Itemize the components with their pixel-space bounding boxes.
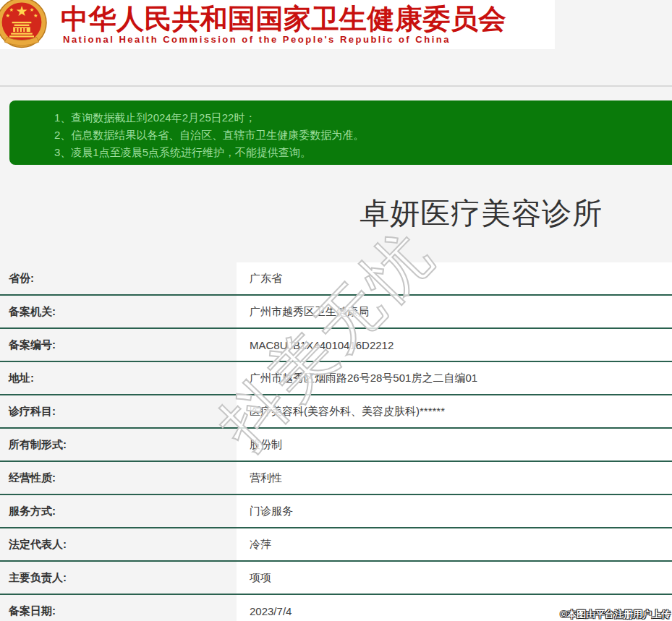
row-value: 股份制 [237, 429, 672, 461]
table-row: 经营性质: 营利性 [0, 462, 672, 495]
row-value: 广州市越秀区卫生健康局 [237, 296, 672, 327]
row-label: 经营性质: [0, 462, 237, 494]
china-national-emblem-icon: ★ ★ ★ ★ ★ [0, 0, 48, 51]
row-label: 法定代表人: [0, 528, 237, 560]
table-row: 省份: 广东省 [0, 262, 672, 296]
facility-name-title: 卓妍医疗美容诊所 [360, 194, 603, 234]
header-title-cn: 中华人民共和国国家卫生健康委员会 [61, 1, 506, 38]
notice-box: 1、查询数据截止到2024年2月25日22时； 2、信息数据结果以各省、自治区、… [9, 100, 672, 165]
row-value: 冷萍 [237, 528, 672, 560]
row-value: 广州市越秀区烟雨路26号28号501房之二自编01 [237, 362, 672, 394]
table-row: 诊疗科目: 医疗美容科(美容外科、美容皮肤科)****** [0, 395, 672, 429]
row-value: MAC8UJB1X44010416D2212 [237, 329, 672, 361]
row-label: 备案编号: [0, 329, 237, 361]
row-label: 地址: [0, 362, 237, 394]
row-label: 省份: [0, 262, 237, 294]
table-row: 地址: 广州市越秀区烟雨路26号28号501房之二自编01 [0, 362, 672, 395]
row-label: 服务方式: [0, 495, 237, 527]
row-value: 医疗美容科(美容外科、美容皮肤科)****** [237, 395, 672, 427]
table-row: 主要负责人: 项项 [0, 562, 672, 595]
row-label: 备案日期: [0, 595, 237, 621]
table-row: 备案编号: MAC8UJB1X44010416D2212 [0, 329, 672, 362]
notice-line-3: 3、凌晨1点至凌晨5点系统进行维护，不能提供查询。 [54, 144, 672, 161]
image-credit: ©本图由平台注册用户上传 [560, 608, 671, 621]
row-value: 项项 [237, 562, 672, 594]
page: ★ ★ ★ ★ ★ 中华人民共和国国家卫生健康委员会 National Heal… [0, 0, 672, 621]
row-label: 诊疗科目: [0, 395, 237, 427]
table-row: 所有制形式: 股份制 [0, 429, 672, 462]
table-row: 服务方式: 门诊服务 [0, 495, 672, 528]
header-title-en: National Health Commission of the People… [63, 34, 451, 45]
table-row: 备案机关: 广州市越秀区卫生健康局 [0, 296, 672, 329]
notice-line-1: 1、查询数据截止到2024年2月25日22时； [54, 109, 672, 127]
row-value: 营利性 [237, 462, 672, 494]
row-value: 广东省 [237, 262, 672, 294]
svg-text:★: ★ [15, 3, 27, 20]
svg-text:★: ★ [5, 12, 10, 19]
row-value: 门诊服务 [237, 495, 672, 527]
notice-line-2: 2、信息数据结果以各省、自治区、直辖市卫生健康委数据为准。 [54, 127, 672, 144]
site-header: ★ ★ ★ ★ ★ 中华人民共和国国家卫生健康委员会 National Heal… [0, 0, 555, 49]
header-divider [0, 85, 672, 87]
svg-text:★: ★ [33, 12, 38, 19]
row-label: 备案机关: [0, 296, 237, 327]
table-row: 法定代表人: 冷萍 [0, 528, 672, 562]
row-label: 主要负责人: [0, 562, 237, 594]
facility-table: 省份: 广东省 备案机关: 广州市越秀区卫生健康局 备案编号: MAC8UJB1… [0, 262, 672, 621]
row-label: 所有制形式: [0, 429, 237, 461]
